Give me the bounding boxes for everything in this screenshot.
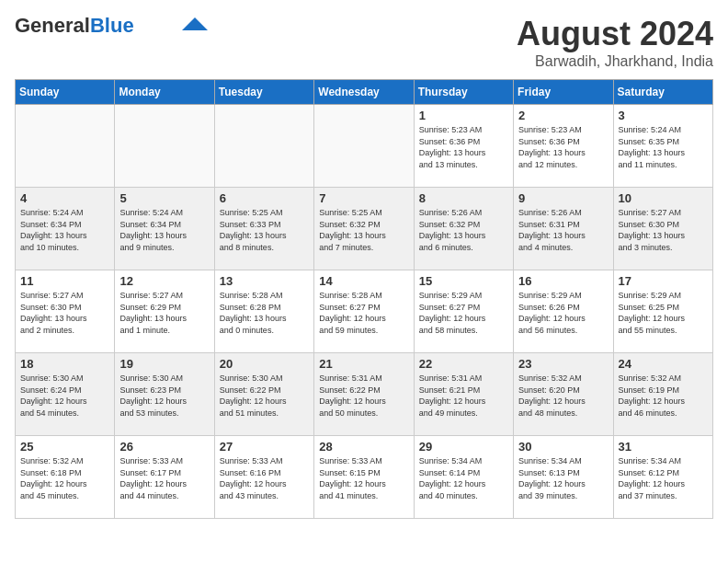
logo-text: GeneralBlue: [15, 15, 134, 37]
day-number: 3: [619, 109, 708, 122]
location-subtitle: Barwadih, Jharkhand, India: [517, 53, 713, 70]
week-row-2: 4Sunrise: 5:24 AM Sunset: 6:34 PM Daylig…: [16, 188, 713, 270]
day-number: 5: [119, 191, 209, 205]
calendar-cell: 19Sunrise: 5:30 AM Sunset: 6:23 PM Dayli…: [115, 353, 214, 436]
day-info: Sunrise: 5:24 AM Sunset: 6:35 PM Dayligh…: [619, 124, 708, 170]
weekday-header-tuesday: Tuesday: [214, 80, 313, 105]
calendar-table: SundayMondayTuesdayWednesdayThursdayFrid…: [15, 79, 713, 519]
day-info: Sunrise: 5:28 AM Sunset: 6:28 PM Dayligh…: [220, 290, 309, 336]
day-number: 25: [20, 440, 109, 454]
calendar-cell: 6Sunrise: 5:25 AM Sunset: 6:33 PM Daylig…: [214, 188, 313, 270]
day-number: 31: [619, 440, 708, 454]
day-number: 27: [220, 440, 309, 454]
day-number: 2: [518, 109, 608, 122]
calendar-cell: 3Sunrise: 5:24 AM Sunset: 6:35 PM Daylig…: [613, 105, 712, 188]
calendar-cell: 29Sunrise: 5:34 AM Sunset: 6:14 PM Dayli…: [414, 436, 513, 519]
weekday-header-friday: Friday: [514, 80, 613, 105]
day-info: Sunrise: 5:25 AM Sunset: 6:32 PM Dayligh…: [319, 207, 408, 253]
day-number: 16: [518, 274, 608, 288]
calendar-cell: 18Sunrise: 5:30 AM Sunset: 6:24 PM Dayli…: [16, 353, 115, 436]
calendar-cell: 1Sunrise: 5:23 AM Sunset: 6:36 PM Daylig…: [414, 105, 513, 188]
calendar-cell: 2Sunrise: 5:23 AM Sunset: 6:36 PM Daylig…: [514, 105, 613, 188]
weekday-header-monday: Monday: [115, 80, 214, 105]
calendar-cell: 22Sunrise: 5:31 AM Sunset: 6:21 PM Dayli…: [414, 353, 513, 436]
day-number: 4: [20, 191, 109, 205]
calendar-cell: 15Sunrise: 5:29 AM Sunset: 6:27 PM Dayli…: [414, 270, 513, 353]
day-number: 6: [220, 191, 309, 205]
day-info: Sunrise: 5:30 AM Sunset: 6:22 PM Dayligh…: [220, 373, 309, 419]
weekday-header-thursday: Thursday: [414, 80, 513, 105]
calendar-cell: 4Sunrise: 5:24 AM Sunset: 6:34 PM Daylig…: [16, 188, 115, 270]
calendar-cell: 10Sunrise: 5:27 AM Sunset: 6:30 PM Dayli…: [613, 188, 712, 270]
calendar-cell: 31Sunrise: 5:34 AM Sunset: 6:12 PM Dayli…: [613, 436, 712, 519]
calendar-cell: [314, 105, 414, 188]
day-number: 17: [619, 274, 708, 288]
calendar-cell: 20Sunrise: 5:30 AM Sunset: 6:22 PM Dayli…: [214, 353, 313, 436]
week-row-3: 11Sunrise: 5:27 AM Sunset: 6:30 PM Dayli…: [16, 270, 713, 353]
day-info: Sunrise: 5:34 AM Sunset: 6:14 PM Dayligh…: [419, 455, 508, 501]
calendar-cell: [214, 105, 313, 188]
calendar-cell: 12Sunrise: 5:27 AM Sunset: 6:29 PM Dayli…: [115, 270, 214, 353]
day-number: 9: [518, 191, 608, 205]
day-number: 8: [419, 191, 508, 205]
calendar-cell: 21Sunrise: 5:31 AM Sunset: 6:22 PM Dayli…: [314, 353, 414, 436]
day-number: 21: [319, 357, 408, 371]
day-info: Sunrise: 5:33 AM Sunset: 6:15 PM Dayligh…: [319, 455, 408, 501]
day-info: Sunrise: 5:34 AM Sunset: 6:12 PM Dayligh…: [619, 455, 708, 501]
calendar-cell: 27Sunrise: 5:33 AM Sunset: 6:16 PM Dayli…: [214, 436, 313, 519]
week-row-1: 1Sunrise: 5:23 AM Sunset: 6:36 PM Daylig…: [16, 105, 713, 188]
weekday-header-wednesday: Wednesday: [314, 80, 414, 105]
day-info: Sunrise: 5:23 AM Sunset: 6:36 PM Dayligh…: [518, 124, 608, 170]
day-info: Sunrise: 5:31 AM Sunset: 6:22 PM Dayligh…: [319, 373, 408, 419]
day-number: 13: [220, 274, 309, 288]
day-number: 7: [319, 191, 408, 205]
day-number: 18: [20, 357, 109, 371]
day-info: Sunrise: 5:34 AM Sunset: 6:13 PM Dayligh…: [518, 455, 608, 501]
day-number: 28: [319, 440, 408, 454]
day-number: 14: [319, 274, 408, 288]
weekday-header-sunday: Sunday: [16, 80, 115, 105]
logo-icon: [182, 17, 208, 30]
day-info: Sunrise: 5:27 AM Sunset: 6:30 PM Dayligh…: [619, 207, 708, 253]
calendar-cell: 7Sunrise: 5:25 AM Sunset: 6:32 PM Daylig…: [314, 188, 414, 270]
month-year-title: August 2024: [517, 15, 713, 53]
calendar-cell: 25Sunrise: 5:32 AM Sunset: 6:18 PM Dayli…: [16, 436, 115, 519]
calendar-cell: [16, 105, 115, 188]
day-info: Sunrise: 5:26 AM Sunset: 6:31 PM Dayligh…: [518, 207, 608, 253]
day-info: Sunrise: 5:27 AM Sunset: 6:29 PM Dayligh…: [119, 290, 209, 336]
day-info: Sunrise: 5:30 AM Sunset: 6:24 PM Dayligh…: [20, 373, 109, 419]
day-number: 10: [619, 191, 708, 205]
day-info: Sunrise: 5:31 AM Sunset: 6:21 PM Dayligh…: [419, 373, 508, 419]
day-info: Sunrise: 5:23 AM Sunset: 6:36 PM Dayligh…: [419, 124, 508, 170]
day-info: Sunrise: 5:24 AM Sunset: 6:34 PM Dayligh…: [119, 207, 209, 253]
day-info: Sunrise: 5:29 AM Sunset: 6:25 PM Dayligh…: [619, 290, 708, 336]
calendar-cell: 11Sunrise: 5:27 AM Sunset: 6:30 PM Dayli…: [16, 270, 115, 353]
day-info: Sunrise: 5:30 AM Sunset: 6:23 PM Dayligh…: [119, 373, 209, 419]
weekday-header-row: SundayMondayTuesdayWednesdayThursdayFrid…: [16, 80, 713, 105]
day-info: Sunrise: 5:29 AM Sunset: 6:27 PM Dayligh…: [419, 290, 508, 336]
calendar-cell: 30Sunrise: 5:34 AM Sunset: 6:13 PM Dayli…: [514, 436, 613, 519]
calendar-cell: [115, 105, 214, 188]
day-info: Sunrise: 5:27 AM Sunset: 6:30 PM Dayligh…: [20, 290, 109, 336]
page-header: GeneralBlue August 2024 Barwadih, Jharkh…: [15, 15, 713, 70]
title-area: August 2024 Barwadih, Jharkhand, India: [517, 15, 713, 70]
day-info: Sunrise: 5:33 AM Sunset: 6:17 PM Dayligh…: [119, 455, 209, 501]
day-info: Sunrise: 5:28 AM Sunset: 6:27 PM Dayligh…: [319, 290, 408, 336]
calendar-cell: 24Sunrise: 5:32 AM Sunset: 6:19 PM Dayli…: [613, 353, 712, 436]
weekday-header-saturday: Saturday: [613, 80, 712, 105]
calendar-cell: 17Sunrise: 5:29 AM Sunset: 6:25 PM Dayli…: [613, 270, 712, 353]
day-info: Sunrise: 5:33 AM Sunset: 6:16 PM Dayligh…: [220, 455, 309, 501]
calendar-cell: 16Sunrise: 5:29 AM Sunset: 6:26 PM Dayli…: [514, 270, 613, 353]
day-number: 19: [119, 357, 209, 371]
day-info: Sunrise: 5:25 AM Sunset: 6:33 PM Dayligh…: [220, 207, 309, 253]
day-number: 22: [419, 357, 508, 371]
day-number: 15: [419, 274, 508, 288]
day-number: 20: [220, 357, 309, 371]
calendar-cell: 8Sunrise: 5:26 AM Sunset: 6:32 PM Daylig…: [414, 188, 513, 270]
day-number: 24: [619, 357, 708, 371]
day-number: 23: [518, 357, 608, 371]
day-info: Sunrise: 5:29 AM Sunset: 6:26 PM Dayligh…: [518, 290, 608, 336]
logo: GeneralBlue: [15, 15, 208, 37]
day-number: 12: [119, 274, 209, 288]
day-info: Sunrise: 5:26 AM Sunset: 6:32 PM Dayligh…: [419, 207, 508, 253]
